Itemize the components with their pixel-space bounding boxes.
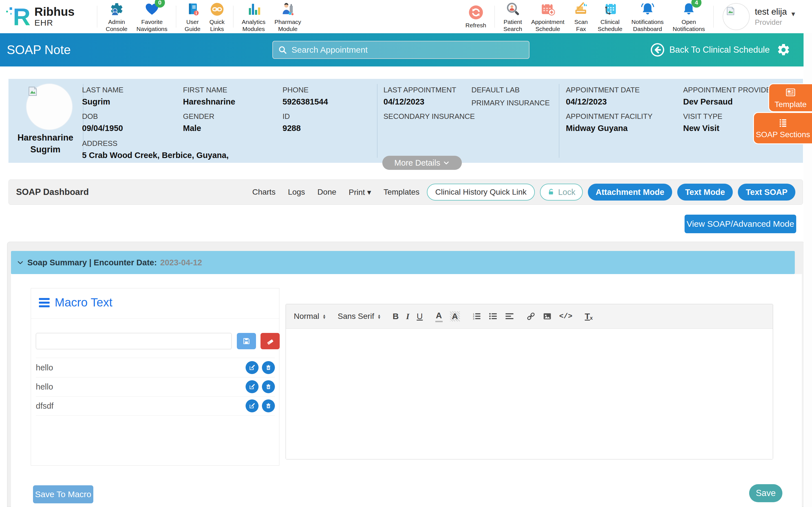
delete-button[interactable] — [262, 399, 275, 412]
logs-link[interactable]: Logs — [288, 187, 305, 196]
search-appointment-input[interactable] — [291, 45, 524, 55]
field-primary-insurance: PRIMARY INSURANCE — [471, 99, 550, 107]
scan-fax-icon — [573, 1, 589, 17]
link-button[interactable] — [526, 312, 536, 321]
edit-button[interactable] — [246, 361, 259, 374]
delete-button[interactable] — [262, 361, 275, 374]
macro-text-panel: Macro Text hello — [31, 288, 280, 466]
patient-photo — [26, 83, 73, 130]
editor-content-area[interactable] — [286, 329, 773, 459]
pharmacy-icon — [281, 1, 295, 17]
font-select[interactable]: Sans Serif ▴▾ — [338, 312, 380, 321]
field-id: ID 9288 — [283, 112, 301, 133]
calendar-plus-icon — [540, 1, 555, 17]
nav-refresh[interactable]: Refresh — [461, 4, 491, 29]
highlight-color-button[interactable]: A — [450, 311, 460, 321]
done-link[interactable]: Done — [317, 187, 336, 196]
caret-down-icon: ▾ — [367, 188, 371, 196]
nav-pharmacy-module[interactable]: PharmacyModule — [270, 1, 306, 33]
app-logo[interactable]: R Ribhus EHR — [0, 4, 93, 29]
underline-button[interactable]: U — [417, 312, 423, 321]
soap-summary-header[interactable]: Soap Summary | Encounter Date: 2023-04-1… — [11, 251, 795, 274]
edit-pencil-icon — [249, 383, 255, 390]
field-first-name: FIRST NAME Hareshnarine — [183, 86, 235, 107]
divider — [233, 6, 234, 27]
templates-link[interactable]: Templates — [384, 187, 419, 196]
macro-item-row[interactable]: hello — [36, 377, 275, 397]
page-header: SOAP Note Back To Clinical Schedule — [0, 33, 804, 66]
code-view-button[interactable]: </> — [559, 312, 572, 321]
trash-icon — [265, 364, 271, 371]
paragraph-style-select[interactable]: Normal ▴▾ — [294, 312, 325, 321]
nav-clinical-schedule[interactable]: ClinicalSchedule — [593, 1, 627, 33]
nav-appointment-schedule[interactable]: AppointmentSchedule — [527, 1, 569, 33]
patient-search-icon — [505, 1, 520, 17]
settings-gear-icon[interactable] — [776, 43, 791, 57]
top-nav: R Ribhus EHR AdminConsole 0 FavoriteNavi… — [0, 0, 812, 33]
more-details-button[interactable]: More Details — [382, 156, 462, 170]
edit-button[interactable] — [246, 380, 259, 393]
clear-formatting-button[interactable]: Tx — [585, 312, 593, 321]
image-button[interactable] — [543, 312, 552, 321]
attachment-mode-button[interactable]: Attachment Mode — [588, 184, 672, 201]
print-menu[interactable]: Print ▾ — [349, 187, 371, 197]
brand-name: Ribhus — [35, 6, 74, 18]
bell-icon: 4 — [681, 1, 696, 17]
nav-quick-links[interactable]: QuickLinks — [205, 1, 229, 33]
user-menu[interactable]: test elija Provider ▾ — [723, 3, 795, 30]
charts-link[interactable]: Charts — [252, 187, 275, 196]
soap-sections-tab[interactable]: SOAP Sections — [753, 112, 812, 144]
soap-summary-card: Soap Summary | Encounter Date: 2023-04-1… — [7, 242, 805, 507]
user-guide-icon — [185, 1, 200, 17]
macro-clear-button[interactable] — [260, 333, 280, 349]
field-default-lab: DEFAULT LAB — [471, 86, 520, 94]
field-appointment-provider: APPOINTMENT PROVIDER Dev Persaud — [683, 86, 776, 107]
ordered-list-button[interactable]: 123 — [472, 312, 481, 321]
divider — [713, 6, 714, 27]
soap-dashboard-toolbar: SOAP Dashboard Charts Logs Done Print ▾ … — [8, 179, 803, 205]
dashboard-title: SOAP Dashboard — [16, 187, 89, 197]
floppy-disk-icon — [243, 337, 250, 345]
bold-button[interactable]: B — [393, 312, 399, 321]
align-button[interactable] — [505, 312, 514, 321]
nav-admin-console[interactable]: AdminConsole — [101, 1, 132, 33]
nav-patient-search[interactable]: PatientSearch — [499, 1, 527, 33]
nav-open-notifications[interactable]: 4 OpenNotifications — [668, 1, 709, 33]
trash-icon — [265, 403, 271, 409]
nav-scan-fax[interactable]: ScanFax — [569, 1, 593, 33]
field-secondary-insurance: SECONDARY INSURANCE — [384, 112, 475, 121]
italic-button[interactable]: I — [406, 312, 409, 321]
nav-notifications-dashboard[interactable]: NotificationsDashboard — [627, 1, 668, 33]
macro-item-row[interactable]: dfsdf — [36, 396, 275, 416]
nav-favorite-navigations[interactable]: 0 FavoriteNavigations — [132, 1, 172, 33]
field-appointment-facility: APPOINTMENT FACILITY Midway Guyana — [566, 112, 652, 133]
view-soap-advanced-mode-button[interactable]: View SOAP/Advanced Mode — [684, 215, 796, 233]
bar-chart-icon — [246, 1, 261, 17]
save-to-macro-button[interactable]: Save To Macro — [33, 485, 93, 503]
delete-button[interactable] — [262, 380, 275, 393]
edit-pencil-icon — [249, 402, 255, 409]
macro-text-input[interactable] — [36, 333, 232, 349]
text-mode-button[interactable]: Text Mode — [677, 184, 733, 201]
nav-analytics-modules[interactable]: AnalyticsModules — [238, 1, 270, 33]
bell-ringing-icon — [640, 1, 655, 17]
lock-open-icon — [547, 188, 555, 196]
appointment-search — [272, 41, 529, 59]
user-name: test elija — [755, 7, 787, 17]
lock-button[interactable]: Lock — [540, 184, 582, 201]
bullet-list-button[interactable] — [489, 312, 498, 321]
edit-button[interactable] — [246, 399, 259, 412]
menu-icon[interactable] — [39, 298, 50, 307]
nav-user-guide[interactable]: UserGuide — [180, 1, 205, 33]
divider — [559, 84, 559, 158]
save-button[interactable]: Save — [749, 484, 782, 502]
clinical-history-quick-link-button[interactable]: Clinical History Quick Link — [427, 184, 535, 201]
macro-item-row[interactable]: hello — [36, 358, 275, 378]
chevron-down-icon — [443, 159, 450, 166]
divider — [495, 6, 495, 27]
text-color-button[interactable]: A — [435, 311, 443, 322]
back-to-clinical-schedule[interactable]: Back To Clinical Schedule — [650, 33, 770, 66]
text-soap-button[interactable]: Text SOAP — [738, 184, 795, 201]
macro-save-button[interactable] — [237, 333, 256, 349]
template-tab[interactable]: Template — [768, 83, 812, 112]
